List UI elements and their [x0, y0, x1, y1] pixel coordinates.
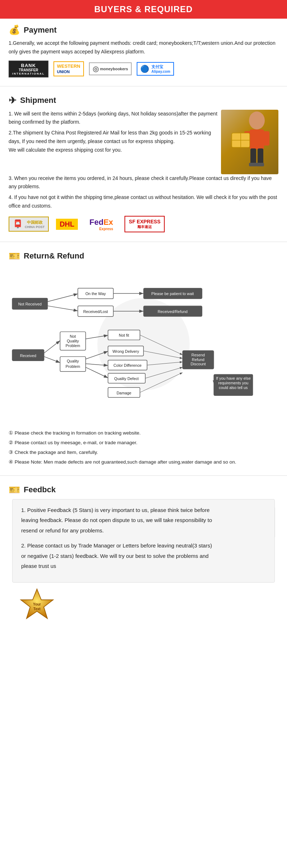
svg-rect-5	[258, 148, 263, 165]
return-refund-title: 🎫 Return& Refund	[9, 251, 278, 262]
bank-transfer-logo: BANK TRANSFER INTERNATIONAL	[9, 61, 48, 77]
svg-text:Refund: Refund	[192, 357, 204, 361]
note-1: ① Please check the tracking in formation…	[9, 428, 278, 438]
svg-text:Please be patient to wait: Please be patient to wait	[151, 291, 194, 296]
payment-section: 💰 Payment 1.Generally, we accept the fol…	[0, 19, 287, 83]
svg-rect-1	[250, 129, 264, 149]
payment-icon: 💰	[9, 24, 20, 35]
svg-line-37	[44, 356, 60, 362]
svg-text:Damage: Damage	[117, 390, 131, 395]
svg-text:Received: Received	[20, 353, 36, 357]
feedback-para-2: 2. Please contact us by Trade Manager or…	[21, 541, 266, 571]
svg-line-21	[48, 306, 78, 311]
feedback-outer-section: 🎫 Feedbck Feedback 1. Positive Feedback …	[0, 479, 287, 639]
svg-text:Received/Refund: Received/Refund	[157, 309, 187, 314]
feedback-content: 1. Positive Feedback (5 Stars) is very i…	[12, 499, 275, 583]
payment-text: 1.Generally, we accept the following pay…	[9, 39, 278, 56]
shipment-section: ✈ Shipment 1. We will sent the items wit…	[0, 89, 287, 239]
shipment-title: ✈ Shipment	[9, 95, 278, 106]
note-3: ③ Check the package and Item, carefully.	[9, 447, 278, 457]
svg-line-15	[48, 294, 78, 302]
shipment-texts: 1. We will sent the items within 2-5days…	[9, 110, 217, 174]
svg-text:Color Difference: Color Difference	[113, 363, 141, 367]
svg-text:Text: Text	[33, 607, 41, 611]
payment-title: 💰 Payment	[9, 24, 278, 35]
svg-point-0	[249, 112, 265, 129]
svg-text:Your: Your	[33, 602, 41, 606]
sf-express-logo: SF EXPRESS 顺丰速运	[124, 216, 165, 232]
chinapost-logo: 📮 中国邮政 CHINA POST	[9, 217, 49, 232]
return-icon: 🎫	[9, 251, 20, 262]
svg-rect-6	[249, 163, 257, 166]
svg-rect-3	[263, 131, 269, 146]
svg-text:Quality: Quality	[67, 359, 79, 363]
svg-text:could also tell us: could also tell us	[219, 385, 248, 389]
feedback-para-1: 1. Positive Feedback (5 Stars) is very i…	[21, 505, 266, 536]
svg-text:Not Received: Not Received	[18, 302, 42, 306]
svg-rect-7	[256, 163, 264, 166]
star-badge: Your Text	[17, 586, 57, 626]
svg-line-29	[44, 341, 60, 353]
svg-text:Quality: Quality	[67, 339, 79, 343]
bottom-badge-area: Your Text	[9, 583, 278, 633]
shipment-para-3: 3. When you receive the items you ordere…	[9, 174, 278, 191]
page-header: BUYERS & REQUIRED	[0, 0, 287, 19]
note-2: ② Please contact us by meesage, e-mail, …	[9, 438, 278, 447]
svg-text:Not fit: Not fit	[119, 333, 129, 337]
svg-rect-4	[250, 148, 256, 165]
delivery-person-image	[221, 110, 278, 174]
shipment-content-area: 1. We will sent the items within 2-5days…	[9, 110, 278, 174]
payment-logos: BANK TRANSFER INTERNATIONAL WESTERN UNIO…	[9, 61, 278, 77]
dhl-logo: DHL	[56, 219, 78, 230]
shipment-para-4: 4. If you have not got it within the shi…	[9, 193, 278, 210]
svg-text:Discount: Discount	[190, 362, 206, 366]
svg-text:Not: Not	[70, 334, 76, 338]
svg-text:requirements you: requirements you	[218, 381, 248, 385]
svg-text:Quality Defect: Quality Defect	[114, 376, 138, 381]
fedex-logo: FedEx Express	[85, 215, 117, 233]
flowchart-svg: Not Received On the Way Please be patien…	[9, 265, 278, 423]
western-union-logo: WESTERN UNION	[53, 61, 84, 76]
shipment-para-2: 2.The shipment by China Post Registered …	[9, 129, 217, 154]
svg-text:Resend: Resend	[192, 352, 205, 357]
flowchart: Not Received On the Way Please be patien…	[9, 265, 278, 424]
shipment-icon: ✈	[9, 95, 17, 106]
svg-text:On the Way: On the Way	[85, 291, 106, 296]
feedback-section-icon: 🎫	[9, 484, 20, 495]
return-refund-section: 🎫 Return& Refund Not Received On the Way	[0, 245, 287, 473]
return-notes: ① Please check the tracking in formation…	[9, 428, 278, 467]
alipay-logo: 🔵 支付宝 Alipay.com	[137, 62, 174, 76]
svg-text:Wrong Delivery: Wrong Delivery	[112, 349, 139, 354]
svg-text:If you have any else: If you have any else	[216, 376, 251, 380]
svg-text:Problem: Problem	[66, 364, 80, 369]
moneybookers-logo: ◎ moneybookers	[89, 62, 132, 75]
note-4: ④ Please Note: Men made defects are not …	[9, 457, 278, 467]
feedback-title: 🎫 Feedbck	[9, 484, 278, 495]
delivery-logos: 📮 中国邮政 CHINA POST DHL FedEx Express SF E…	[9, 215, 278, 233]
svg-text:Problem: Problem	[66, 343, 80, 348]
svg-text:Received/Lost: Received/Lost	[83, 309, 108, 314]
shipment-para-1: 1. We will sent the items within 2-5days…	[9, 110, 217, 127]
